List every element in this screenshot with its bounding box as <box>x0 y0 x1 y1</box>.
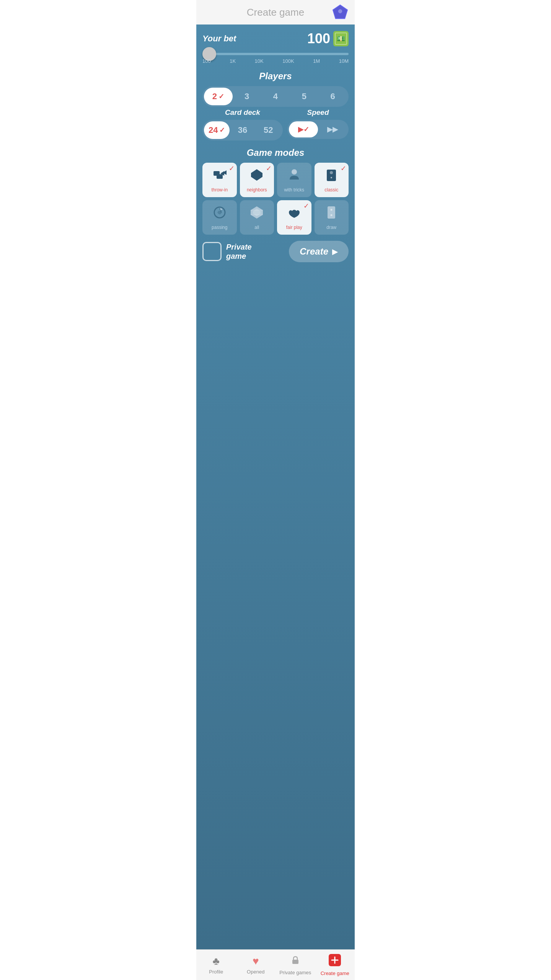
deck-option-36[interactable]: 36 <box>230 121 255 139</box>
players-selector: 2✓ 3 4 5 6 <box>202 86 349 107</box>
passing-icon <box>212 205 227 223</box>
classic-icon <box>324 167 339 186</box>
all-icon <box>249 205 264 223</box>
slider-label-1m: 1M <box>313 58 320 64</box>
svg-rect-14 <box>292 170 297 173</box>
all-label: all <box>254 225 259 230</box>
slider-label-10m: 10M <box>339 58 349 64</box>
throw-in-label: throw-in <box>211 187 228 193</box>
bottom-controls: Privategame Create ▶ <box>202 241 349 262</box>
slider-label-1k: 1K <box>230 58 236 64</box>
mode-throw-in[interactable]: ✓ throw-in <box>202 163 237 197</box>
svg-point-26 <box>331 214 333 216</box>
mode-neighbors[interactable]: ✓ neighbors <box>240 163 274 197</box>
coin-icon: 💵 <box>333 31 349 46</box>
draw-icon <box>324 205 339 223</box>
svg-point-3 <box>338 9 342 13</box>
game-modes-grid: ✓ throw-in ✓ <box>202 163 349 235</box>
bet-section: Your bet 100 💵 100 1K 10K 100K 1M 10M <box>202 31 349 64</box>
throw-in-icon <box>212 167 227 186</box>
header: Create game <box>196 0 355 24</box>
player-option-6[interactable]: 6 <box>318 88 347 105</box>
mode-with-tricks[interactable]: ✓ with tricks <box>277 163 311 197</box>
deck-section: Card deck 24✓ 36 52 <box>202 108 283 140</box>
deck-label: Card deck <box>202 108 283 117</box>
player-option-2[interactable]: 2✓ <box>204 88 233 105</box>
deck-selector: 24✓ 36 52 <box>202 120 283 140</box>
private-game-checkbox[interactable] <box>202 242 222 261</box>
svg-point-16 <box>330 171 333 174</box>
draw-label: draw <box>326 225 336 230</box>
mode-passing[interactable]: ✓ passing <box>202 200 237 235</box>
gem-icon <box>332 4 349 21</box>
slider-label-100k: 100K <box>282 58 294 64</box>
speed-option-fast[interactable]: ▶▶ <box>318 121 347 137</box>
player-option-5[interactable]: 5 <box>290 88 318 105</box>
create-play-icon: ▶ <box>332 247 338 256</box>
slider-label-10k: 10K <box>255 58 264 64</box>
create-button-text: Create <box>300 246 328 257</box>
bet-value: 100 <box>307 31 330 47</box>
neighbors-label: neighbors <box>247 187 267 193</box>
game-modes-title: Game modes <box>202 147 349 158</box>
svg-rect-24 <box>328 206 335 219</box>
neighbors-icon <box>249 167 264 186</box>
fair-play-label: fair play <box>286 225 302 230</box>
svg-rect-5 <box>217 174 223 179</box>
bet-slider-container: 100 1K 10K 100K 1M 10M <box>202 50 349 64</box>
speed-option-normal[interactable]: ▶✓ <box>289 121 318 137</box>
bet-slider[interactable] <box>202 53 349 55</box>
create-game-button[interactable]: Create ▶ <box>289 241 349 262</box>
players-title: Players <box>202 71 349 82</box>
private-game-section: Privategame <box>202 242 252 261</box>
page-title: Create game <box>247 7 304 18</box>
bet-header: Your bet 100 💵 <box>202 31 349 47</box>
deck-option-24[interactable]: 24✓ <box>204 121 230 139</box>
deck-option-52[interactable]: 52 <box>256 121 281 139</box>
with-tricks-icon <box>287 167 302 186</box>
classic-label: classic <box>324 187 338 193</box>
svg-point-17 <box>331 177 332 178</box>
bet-label: Your bet <box>202 34 236 44</box>
speed-selector: ▶✓ ▶▶ <box>287 120 349 139</box>
mode-draw[interactable]: ✓ draw <box>315 200 349 235</box>
main-content: Your bet 100 💵 100 1K 10K 100K 1M 10M Pl… <box>196 24 355 949</box>
mode-all[interactable]: ✓ all <box>240 200 274 235</box>
speed-label: Speed <box>287 108 349 117</box>
bet-value-container: 100 💵 <box>307 31 349 47</box>
player-option-4[interactable]: 4 <box>261 88 290 105</box>
player-option-3[interactable]: 3 <box>233 88 261 105</box>
slider-label-100: 100 <box>202 58 211 64</box>
svg-point-25 <box>331 209 333 211</box>
with-tricks-label: with tricks <box>284 187 304 193</box>
private-game-label: Privategame <box>226 242 252 261</box>
fair-play-icon <box>287 205 302 223</box>
passing-label: passing <box>212 225 227 230</box>
mode-fair-play[interactable]: ✓ fair play <box>277 200 311 235</box>
mode-classic[interactable]: ✓ classic <box>315 163 349 197</box>
deck-speed-row: Card deck 24✓ 36 52 Speed ▶✓ ▶▶ <box>202 108 349 140</box>
speed-section: Speed ▶✓ ▶▶ <box>287 108 349 140</box>
